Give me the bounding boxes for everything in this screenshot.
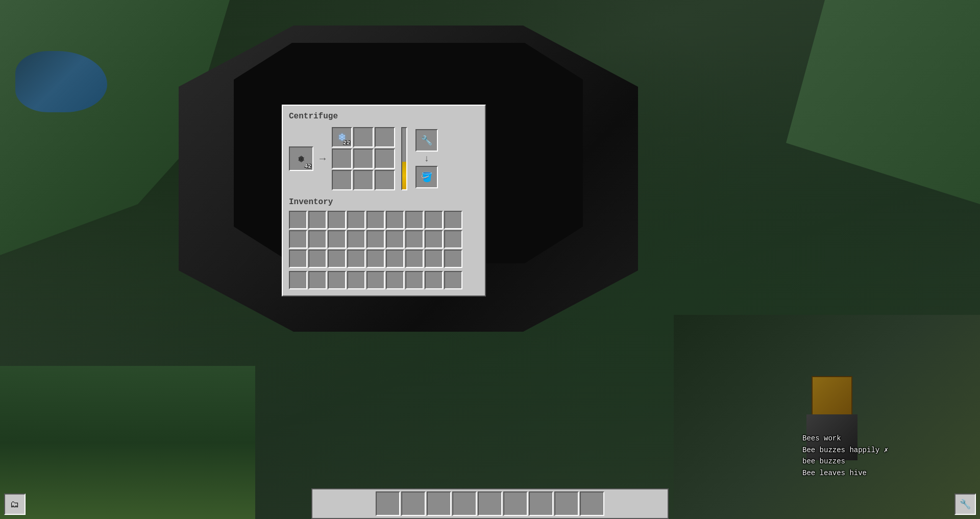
inv-slot-8[interactable]	[444, 211, 462, 229]
inv-slot-7[interactable]	[425, 211, 443, 229]
tool-icon: 🔧	[421, 135, 432, 146]
output-item-count-0: 22	[344, 140, 350, 146]
bee-item-icon: ❅	[298, 152, 304, 166]
side-output-area: 🔧 ↓ 🪣	[415, 129, 438, 188]
inv-slot-15[interactable]	[405, 230, 424, 249]
input-item-count: 42	[305, 163, 311, 169]
bottom-slot-5[interactable]	[503, 491, 528, 516]
bottom-hotbar	[311, 488, 669, 519]
character-head	[812, 376, 852, 417]
bucket-icon: 🪣	[421, 171, 432, 183]
bottom-slot-0[interactable]	[376, 491, 400, 516]
wrench-icon: 🔧	[960, 499, 971, 510]
inv-slot-3[interactable]	[347, 211, 365, 229]
inventory-title: Inventory	[289, 197, 479, 207]
output-slot-8[interactable]	[375, 170, 395, 190]
inv-slot-4[interactable]	[366, 211, 385, 229]
centrifuge-panel: Centrifuge ❅ 42 → ❄ 22	[282, 105, 486, 296]
chat-line-2: Bee buzzes happily ✗	[802, 444, 975, 456]
inv-slot-2[interactable]	[328, 211, 346, 229]
inv-slot-25[interactable]	[425, 250, 443, 268]
output-slot-4[interactable]	[353, 149, 374, 169]
tool-output-slot[interactable]: 🔧	[415, 129, 438, 152]
inv-slot-10[interactable]	[308, 230, 327, 249]
chat-text-2: Bee buzzes happily ✗	[802, 444, 888, 456]
hotbar-slot-8[interactable]	[444, 271, 462, 289]
hotbar-slot-1[interactable]	[308, 271, 327, 289]
inventory-icon: 🗂	[10, 499, 19, 510]
output-grid: ❄ 22	[332, 127, 395, 190]
hotbar-slot-2[interactable]	[328, 271, 346, 289]
hotbar-slot-3[interactable]	[347, 271, 365, 289]
centrifuge-input-slot[interactable]: ❅ 42	[289, 146, 313, 171]
inv-slot-24[interactable]	[405, 250, 424, 268]
hotbar-slot-5[interactable]	[386, 271, 404, 289]
inv-slot-22[interactable]	[366, 250, 385, 268]
chat-text-4: Bee leaves hive	[802, 467, 867, 479]
chat-text-3: bee buzzes	[802, 456, 845, 467]
progress-fill	[402, 162, 406, 189]
chat-text-1: Bees work	[802, 433, 841, 444]
chat-line-4: Bee leaves hive	[802, 467, 975, 479]
inv-slot-9[interactable]	[289, 230, 307, 249]
bottom-slot-8[interactable]	[580, 491, 604, 516]
chat-line-1: Bees work	[802, 433, 975, 444]
bucket-output-slot[interactable]: 🪣	[415, 166, 438, 188]
bottom-slot-1[interactable]	[401, 491, 426, 516]
centrifuge-area: ❅ 42 → ❄ 22 🔧	[289, 127, 479, 190]
inv-slot-17[interactable]	[444, 230, 462, 249]
progress-bar	[401, 127, 407, 190]
process-arrow-icon: →	[320, 153, 326, 165]
output-slot-6[interactable]	[332, 170, 352, 190]
hotbar-slot-0[interactable]	[289, 271, 307, 289]
output-slot-1[interactable]	[353, 127, 374, 147]
chat-line-3: bee buzzes	[802, 456, 975, 467]
inv-slot-12[interactable]	[347, 230, 365, 249]
inv-slot-23[interactable]	[386, 250, 404, 268]
output-slot-0[interactable]: ❄ 22	[332, 127, 352, 147]
bottom-slot-6[interactable]	[529, 491, 553, 516]
inv-slot-19[interactable]	[308, 250, 327, 268]
output-slot-7[interactable]	[353, 170, 374, 190]
bottom-slot-4[interactable]	[478, 491, 502, 516]
inv-slot-16[interactable]	[425, 230, 443, 249]
inv-slot-1[interactable]	[308, 211, 327, 229]
bottom-slot-2[interactable]	[427, 491, 451, 516]
output-slot-3[interactable]	[332, 149, 352, 169]
terrain-bottom-left	[0, 366, 255, 519]
corner-right-icon[interactable]: 🔧	[954, 493, 976, 515]
inv-slot-13[interactable]	[366, 230, 385, 249]
chat-area: Bees work Bee buzzes happily ✗ bee buzze…	[798, 430, 979, 482]
hotbar-slot-4[interactable]	[366, 271, 385, 289]
panel-title: Centrifuge	[289, 112, 479, 121]
bottom-slot-3[interactable]	[452, 491, 477, 516]
output-slot-2[interactable]	[375, 127, 395, 147]
inv-slot-26[interactable]	[444, 250, 462, 268]
inv-slot-20[interactable]	[328, 250, 346, 268]
inventory-grid	[289, 211, 479, 268]
bottom-slot-7[interactable]	[554, 491, 579, 516]
down-arrow-icon: ↓	[424, 154, 430, 164]
inv-slot-0[interactable]	[289, 211, 307, 229]
output-slot-5[interactable]	[375, 149, 395, 169]
inv-slot-18[interactable]	[289, 250, 307, 268]
hotbar-row	[289, 271, 479, 289]
corner-left-icon[interactable]: 🗂	[4, 493, 26, 515]
hotbar-slot-7[interactable]	[425, 271, 443, 289]
inv-slot-11[interactable]	[328, 230, 346, 249]
inv-slot-21[interactable]	[347, 250, 365, 268]
hotbar-slot-6[interactable]	[405, 271, 424, 289]
inv-slot-14[interactable]	[386, 230, 404, 249]
inv-slot-6[interactable]	[405, 211, 424, 229]
inv-slot-5[interactable]	[386, 211, 404, 229]
